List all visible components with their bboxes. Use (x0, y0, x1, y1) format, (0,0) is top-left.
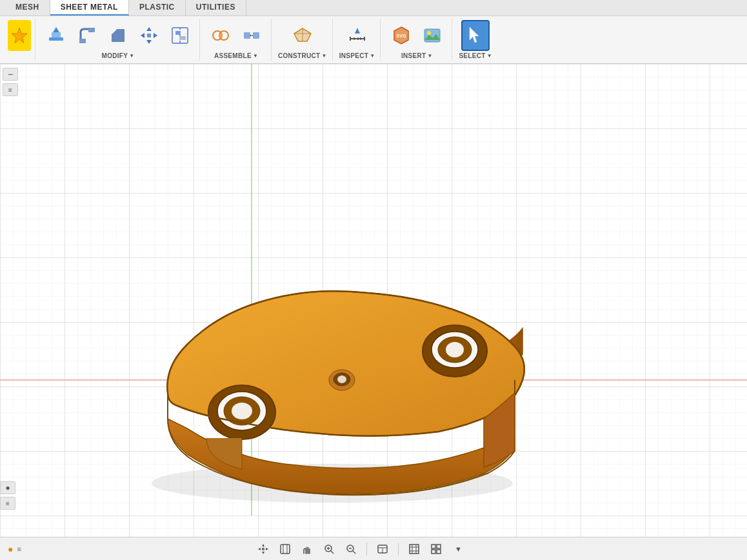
tab-utilities[interactable]: UTILITIES (186, 0, 246, 15)
svg-rect-83 (432, 550, 435, 554)
tool-row: MODIFY ▼ (0, 16, 747, 63)
svg-rect-12 (147, 34, 151, 37)
svg-text:SVG: SVG (397, 34, 406, 38)
insert-image-tool[interactable] (418, 20, 446, 51)
svg-marker-32 (355, 28, 360, 34)
svg-line-67 (331, 551, 334, 554)
svg-marker-60 (258, 548, 261, 550)
bottom-grid-tool[interactable] (405, 540, 423, 558)
tab-plastic[interactable]: PLASTIC (129, 0, 186, 15)
svg-point-52 (446, 342, 464, 357)
bottom-panel-toggle-lines[interactable]: ≡ (0, 497, 15, 510)
tool-group-select: SELECT ▼ (453, 19, 497, 61)
left-status-lines: ≡ (17, 545, 21, 553)
measure-tool[interactable] (343, 20, 372, 51)
select-tool[interactable] (461, 20, 490, 51)
panel-toggle-lines[interactable]: ≡ (3, 83, 18, 96)
svg-point-48 (232, 403, 252, 419)
canvas-area[interactable]: − ≡ (0, 64, 747, 537)
modify-label: MODIFY ▼ (102, 52, 135, 59)
svg-rect-1 (49, 37, 63, 41)
bottom-left-status: ● ≡ (8, 544, 21, 554)
svg-rect-82 (437, 545, 441, 548)
tab-mesh[interactable]: MESH (5, 0, 50, 15)
bottom-grid2-tool[interactable] (427, 540, 445, 558)
svg-rect-63 (281, 545, 290, 554)
tool-group-construct: CONSTRUCT ▼ (273, 19, 333, 61)
svg-rect-80 (410, 545, 419, 554)
svg-marker-3 (53, 27, 59, 32)
tab-sheet-metal[interactable]: SHEET METAL (50, 0, 129, 15)
align-tool[interactable] (166, 20, 194, 51)
tool-group-insert: SVG INSERT ▼ (382, 19, 452, 61)
svg-marker-9 (146, 40, 152, 44)
left-panel: − ≡ (0, 64, 21, 537)
bottom-move-tool[interactable] (254, 540, 272, 558)
svg-rect-21 (253, 32, 259, 39)
tab-row: MESH SHEET METAL PLASTIC UTILITIES (0, 0, 747, 16)
svg-rect-2 (52, 32, 61, 37)
3d-part (103, 167, 568, 528)
svg-rect-81 (432, 545, 435, 548)
svg-rect-62 (262, 548, 264, 550)
left-status-dot: ● (8, 544, 13, 554)
select-label: SELECT ▼ (459, 52, 492, 59)
tool-group-assemble: ASSEMBLE ▼ (201, 19, 272, 61)
tool-group-inspect: INSPECT ▼ (334, 19, 381, 61)
svg-marker-38 (470, 27, 479, 43)
bottom-page-tool[interactable] (276, 540, 294, 558)
svg-marker-11 (154, 33, 157, 38)
fillet-tool[interactable] (73, 20, 101, 51)
bottom-separator-1 (366, 543, 367, 555)
svg-line-71 (353, 551, 355, 554)
svg-rect-4 (79, 39, 86, 43)
svg-marker-8 (146, 27, 152, 31)
svg-marker-0 (12, 28, 27, 43)
construct-label: CONSTRUCT ▼ (278, 52, 327, 59)
bottom-separator-2 (398, 543, 399, 555)
construct-plane-tool[interactable] (288, 20, 317, 51)
bottom-bar: ● ≡ (0, 537, 747, 560)
bottom-hand-tool[interactable] (298, 540, 316, 558)
svg-rect-20 (244, 32, 250, 39)
press-pull-tool[interactable] (42, 20, 70, 51)
svg-rect-84 (437, 550, 441, 554)
toolbar: MESH SHEET METAL PLASTIC UTILITIES (0, 0, 747, 64)
bottom-display-tool[interactable] (374, 540, 392, 558)
favorites-button[interactable] (8, 20, 31, 51)
svg-marker-10 (141, 33, 144, 38)
joint2-tool[interactable] (237, 20, 266, 51)
move-tool[interactable] (135, 20, 163, 51)
inspect-label: INSPECT ▼ (339, 52, 375, 59)
bottom-zoom-plus-tool[interactable] (320, 540, 338, 558)
bottom-center-tools: ▼ (254, 540, 467, 558)
panel-toggle-minus[interactable]: − (3, 68, 18, 81)
insert-label: INSERT ▼ (401, 52, 433, 59)
insert-svg-tool[interactable]: SVG (387, 20, 415, 51)
svg-rect-16 (179, 36, 186, 40)
svg-point-19 (219, 34, 223, 37)
svg-point-36 (427, 31, 431, 35)
svg-point-55 (337, 375, 346, 383)
bottom-zoom-search-tool[interactable] (342, 540, 360, 558)
tool-group-modify: MODIFY ▼ (37, 19, 200, 61)
svg-marker-61 (266, 548, 268, 550)
chamfer-tool[interactable] (104, 20, 132, 51)
svg-rect-5 (88, 28, 95, 32)
assemble-label: ASSEMBLE ▼ (214, 52, 258, 59)
joint-tool[interactable] (206, 20, 235, 51)
svg-rect-15 (175, 31, 181, 35)
bottom-dropdown-tool[interactable]: ▼ (449, 540, 467, 558)
svg-marker-58 (262, 544, 264, 546)
svg-marker-59 (262, 552, 264, 554)
bottom-panel-toggle-dot[interactable]: ● (0, 481, 15, 494)
